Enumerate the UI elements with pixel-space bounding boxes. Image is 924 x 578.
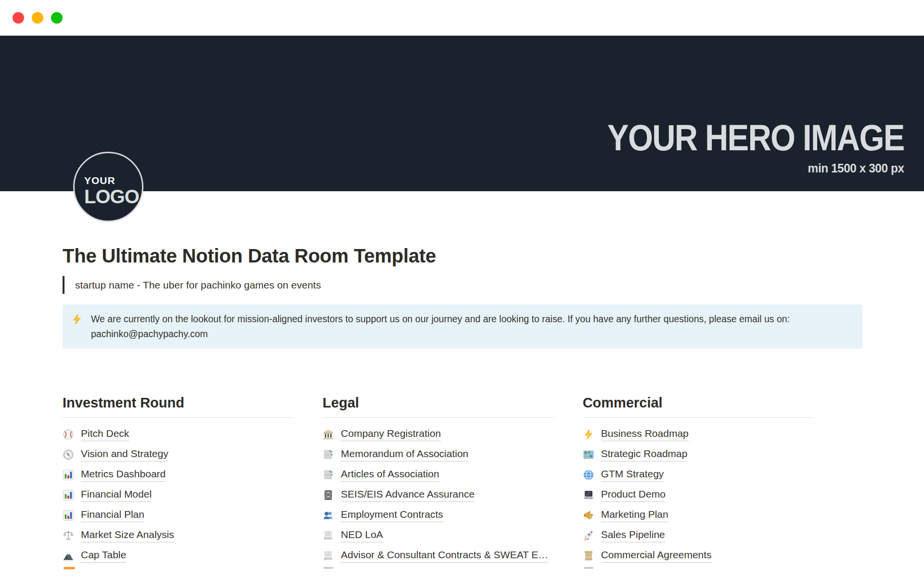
page-link-label: Commercial Agreements [601, 549, 712, 563]
page-link-label: Articles of Association [341, 468, 439, 482]
column-divider [63, 417, 293, 418]
globe-icon [583, 469, 594, 481]
column-divider [583, 417, 813, 418]
page-link-memorandum-of-association[interactable]: Memorandum of Association [322, 445, 553, 465]
page-link-commercial-agreements[interactable]: Commercial Agreements [583, 546, 813, 566]
page-link-strategic-roadmap[interactable]: Strategic Roadmap [583, 445, 813, 465]
page-link-advisor-consultant-contracts[interactable]: Advisor & Consultant Contracts & SWEAT E… [322, 546, 553, 566]
page-link-label: Cap Table [81, 549, 126, 563]
page-link-sales-pipeline[interactable]: Sales Pipeline [583, 525, 813, 546]
page-link-label: Vision and Strategy [81, 448, 168, 461]
mountain-icon [63, 550, 74, 562]
hero-size-hint: min 1500 x 300 px [587, 161, 904, 176]
callout-text: We are currently on the lookout for miss… [91, 312, 790, 342]
page-link-label: Metrics Dashboard [81, 468, 166, 482]
page-link-label: Business Roadmap [601, 428, 689, 441]
page-link-label: SEIS/EIS Advance Assurance [341, 488, 475, 502]
page-link-company-registration[interactable]: Company Registration [322, 424, 553, 445]
page-link-label: Sales Pipeline [601, 529, 665, 542]
bookmark-tabs-icon [322, 469, 334, 481]
window-zoom-button[interactable] [51, 12, 63, 24]
page-title: The Ultimate Notion Data Room Template [63, 243, 862, 268]
page-link-cap-table[interactable]: Cap Table [63, 546, 293, 566]
page-link-marketing-plan[interactable]: Marketing Plan [583, 505, 813, 525]
page-link-label: Marketing Plan [601, 509, 668, 522]
page-link-label: Strategic Roadmap [601, 448, 688, 461]
column-title: Commercial [583, 395, 813, 411]
column-commercial: Commercial Business Roadmap Strategic Ro… [583, 395, 813, 569]
page-link-market-size-analysis[interactable]: Market Size Analysis [63, 525, 293, 546]
page-link-label: Financial Plan [81, 509, 144, 522]
page-link-label: NED LoA [341, 529, 383, 542]
hero-placeholder-text: YOUR HERO IMAGE min 1500 x 300 px [567, 119, 904, 176]
baseball-icon [63, 429, 74, 440]
page-link-gtm-strategy[interactable]: GTM Strategy [583, 465, 813, 485]
bar-chart-icon [63, 510, 74, 521]
page-link-label: Employment Contracts [341, 509, 443, 522]
page-link-label: GTM Strategy [601, 468, 664, 482]
page-link-articles-of-association[interactable]: Articles of Association [322, 465, 553, 485]
megaphone-icon [583, 510, 594, 521]
page-link-ned-loa[interactable]: NED LoA [322, 525, 553, 546]
bar-chart-icon [63, 489, 74, 501]
clipped-next-item-icon [64, 567, 75, 569]
window-close-button[interactable] [13, 12, 24, 24]
page-link-product-demo[interactable]: Product Demo [583, 485, 813, 505]
callout-block: We are currently on the lookout for miss… [63, 304, 862, 349]
bank-icon [322, 429, 334, 440]
clipped-next-item-icon [323, 567, 333, 569]
page-link-business-roadmap[interactable]: Business Roadmap [583, 424, 813, 445]
people-icon [322, 510, 334, 521]
callout-message: We are currently on the lookout for miss… [91, 314, 790, 324]
bookmark-tabs-icon [322, 449, 334, 460]
lightning-icon [71, 314, 83, 325]
bar-chart-icon [63, 469, 74, 481]
page-link-label: Product Demo [601, 488, 666, 502]
rocket-icon [583, 530, 594, 541]
page-logo: YOUR LOGO [73, 152, 143, 222]
page-link-financial-plan[interactable]: Financial Plan [63, 505, 293, 525]
compass-icon [63, 449, 74, 460]
column-title: Legal [322, 395, 553, 411]
lightning-icon [583, 429, 594, 440]
page-link-label: Advisor & Consultant Contracts & SWEAT E… [341, 549, 548, 563]
page-link-metrics-dashboard[interactable]: Metrics Dashboard [63, 465, 293, 485]
page-link-label: Financial Model [81, 488, 152, 502]
scroll-icon [583, 550, 594, 562]
page-link-pitch-deck[interactable]: Pitch Deck [63, 424, 293, 445]
page-link-label: Pitch Deck [81, 428, 129, 441]
scroll-icon [322, 550, 334, 562]
page-link-seis-eis-advance-assurance[interactable]: SEIS/EIS Advance Assurance [322, 485, 553, 505]
file-cabinet-icon [322, 489, 334, 501]
column-title: Investment Round [63, 395, 293, 411]
columns-section: Investment Round Pitch Deck Vision and S… [63, 395, 813, 569]
page-content: The Ultimate Notion Data Room Template s… [0, 243, 862, 569]
laptop-icon [583, 489, 594, 501]
logo-text-line1: YOUR [84, 175, 142, 185]
callout-email: pachinko@pachypachy.com [91, 327, 790, 342]
column-divider [322, 417, 553, 418]
page-link-financial-model[interactable]: Financial Model [63, 485, 293, 505]
page-link-vision-and-strategy[interactable]: Vision and Strategy [63, 445, 293, 465]
page-link-employment-contracts[interactable]: Employment Contracts [322, 505, 553, 525]
world-map-icon [583, 449, 594, 460]
scroll-icon [322, 530, 334, 541]
clipped-next-item-icon [584, 567, 593, 569]
column-legal: Legal Company Registration Memorandum of… [322, 395, 553, 569]
page-link-label: Market Size Analysis [81, 529, 174, 542]
quote-block: startup name - The uber for pachinko gam… [63, 276, 862, 294]
page-link-label: Company Registration [341, 428, 441, 441]
hero-title: YOUR HERO IMAGE [607, 119, 904, 156]
window-minimize-button[interactable] [32, 12, 43, 24]
logo-text-line2: LOGO [84, 187, 142, 206]
page-link-label: Memorandum of Association [341, 448, 468, 461]
balance-scale-icon [63, 530, 74, 541]
column-investment-round: Investment Round Pitch Deck Vision and S… [63, 395, 293, 569]
window-titlebar [0, 0, 924, 36]
